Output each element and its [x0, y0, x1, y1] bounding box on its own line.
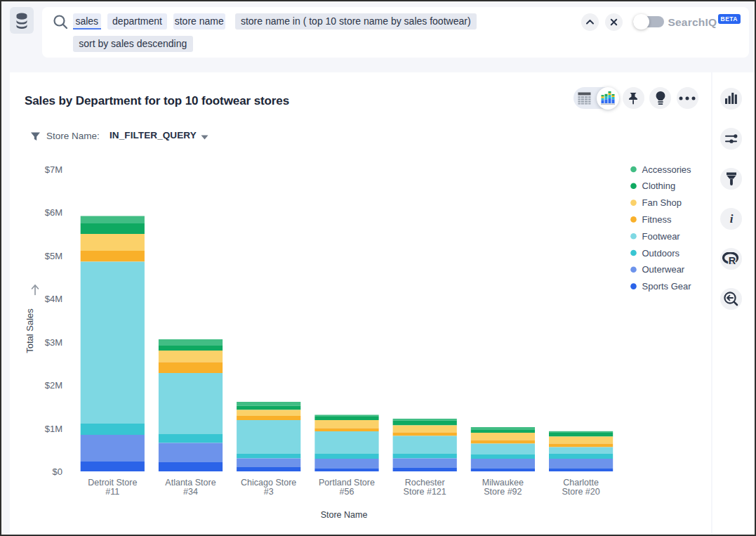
svg-text:Footwear: Footwear: [642, 231, 681, 242]
svg-text:Fan Shop: Fan Shop: [642, 197, 682, 208]
svg-text:Rochester: Rochester: [405, 478, 445, 488]
svg-text:Store #92: Store #92: [484, 487, 522, 497]
svg-text:Atlanta Store: Atlanta Store: [165, 478, 215, 488]
svg-text:#56: #56: [340, 487, 354, 497]
svg-text:$7M: $7M: [45, 164, 62, 175]
svg-text:Outerwear: Outerwear: [642, 264, 685, 275]
svg-text:R: R: [729, 255, 736, 266]
svg-text:Store #121: Store #121: [404, 487, 446, 497]
svg-text:$0: $0: [53, 466, 62, 477]
svg-text:Clothing: Clothing: [642, 181, 676, 191]
svg-text:Portland Store: Portland Store: [319, 478, 375, 488]
svg-text:#34: #34: [183, 487, 198, 497]
svg-text:Charlotte: Charlotte: [563, 478, 599, 488]
svg-text:Fitness: Fitness: [642, 214, 672, 225]
svg-text:Accessories: Accessories: [642, 164, 692, 175]
svg-text:$1M: $1M: [45, 424, 62, 434]
svg-text:#3: #3: [264, 487, 274, 497]
svg-text:Detroit Store: Detroit Store: [88, 478, 137, 488]
svg-text:$5M: $5M: [45, 251, 62, 261]
svg-text:Total Sales: Total Sales: [25, 308, 35, 353]
svg-text:Milwaukee: Milwaukee: [482, 478, 524, 488]
svg-text:$6M: $6M: [45, 207, 62, 218]
svg-text:Sports Gear: Sports Gear: [642, 281, 692, 292]
svg-text:Chicago Store: Chicago Store: [241, 478, 296, 488]
svg-text:$4M: $4M: [45, 294, 62, 304]
svg-text:Store Name: Store Name: [321, 510, 368, 520]
svg-text:Store #20: Store #20: [562, 487, 599, 497]
svg-text:$3M: $3M: [45, 337, 62, 348]
svg-text:i: i: [729, 213, 733, 224]
svg-text:$2M: $2M: [45, 380, 62, 391]
svg-text:Outdoors: Outdoors: [642, 248, 680, 259]
svg-text:#11: #11: [105, 487, 119, 497]
